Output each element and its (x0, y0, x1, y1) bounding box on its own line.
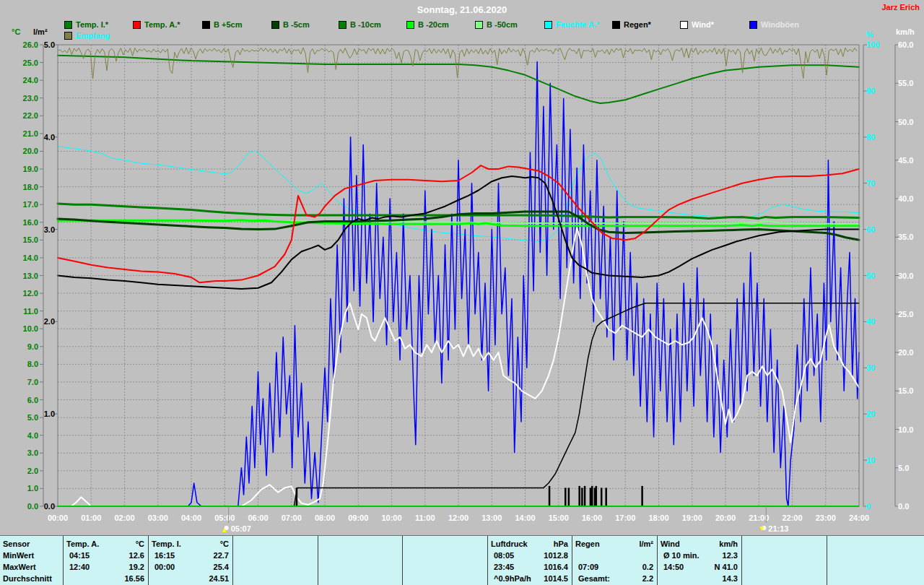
humidity-tick-label: 20 (866, 410, 875, 418)
time-label: 00:00 (48, 514, 68, 522)
table-cell-time: Ø 10 min. (663, 550, 699, 561)
time-label: 16:00 (582, 514, 602, 522)
table-col-wind: Windkm/hØ 10 min.12.314:50N 41.014.3 (658, 536, 742, 585)
table-cell-time: 07:09 (578, 561, 598, 573)
table-cell-value: 1016.4 (544, 561, 568, 573)
rain-tick-label: 3.0 (44, 225, 55, 234)
plot-border (58, 45, 859, 506)
chart-plot: 0.01.02.03.04.05.06.07.08.09.010.011.012… (0, 0, 924, 535)
rain-bar (601, 488, 603, 506)
humidity-tick-label: 10 (866, 456, 875, 464)
time-label: 09:00 (348, 514, 368, 522)
rain-bar (591, 486, 593, 506)
temp-tick-label: 2.0 (27, 467, 38, 475)
wind-tick-label: 15.0 (898, 386, 913, 395)
table-row-labels: SensorMinWertMaxWertDurchschnitt (0, 536, 64, 585)
temp-tick-label: 10.0 (23, 324, 38, 333)
table-cell-value: 24.51 (209, 573, 229, 584)
wind-tick-label: 40.0 (898, 194, 913, 203)
temp-tick-label: 13.0 (23, 272, 38, 280)
table-col-temp-a-: Temp. A.°C04:1512.612:4019.216.56 (64, 536, 149, 585)
rain-bar (578, 486, 580, 506)
humidity-tick-label: 70 (866, 179, 875, 188)
table-col-empty (403, 536, 488, 585)
table-cell-time: 12:40 (69, 561, 90, 573)
time-label: 08:00 (315, 514, 335, 522)
temp-tick-label: 17.0 (23, 200, 38, 209)
rain-bar (641, 486, 643, 506)
table-cell-time: 08:05 (494, 550, 514, 561)
wind-tick-label: 55.0 (898, 79, 913, 87)
temp-tick-label: 20.0 (23, 147, 38, 155)
table-col-empty (233, 536, 318, 585)
temp-tick-label: 9.0 (27, 342, 38, 351)
table-cell-time: 16:15 (154, 550, 175, 561)
wind-tick-label: 10.0 (898, 425, 913, 434)
humidity-tick-label: 0 (866, 502, 871, 511)
table-col-name: Wind (661, 538, 680, 550)
wind-tick-label: 60.0 (898, 40, 913, 49)
temp-tick-label: 11.0 (23, 307, 38, 316)
table-cell-value: N 41.0 (715, 561, 738, 573)
time-label: 10:00 (381, 514, 401, 522)
temp-tick-label: 21.0 (23, 129, 38, 138)
wind-tick-label: 50.0 (898, 118, 913, 126)
humidity-tick-label: 40 (866, 317, 875, 326)
table-cell-value: 1014.5 (544, 573, 568, 584)
wind-tick-label: 25.0 (898, 310, 913, 318)
time-label: 24:00 (849, 514, 869, 522)
table-cell-value: 1012.8 (544, 550, 568, 561)
table-cell-time: 00:00 (154, 561, 175, 573)
humidity-tick-label: 80 (866, 133, 875, 142)
time-label: 04:00 (181, 514, 201, 522)
humidity-tick-label: 30 (866, 363, 875, 372)
series-empfang (58, 48, 857, 79)
temp-tick-label: 12.0 (23, 289, 38, 298)
table-row-label: Durchschnitt (3, 573, 52, 584)
table-col-name: Temp. I. (152, 538, 181, 550)
weather-station-window: Sonntag, 21.06.2020 Jarz Erich Temp. I.*… (0, 0, 924, 585)
temp-tick-label: 1.0 (27, 484, 38, 493)
humidity-tick-label: 100 (866, 40, 879, 49)
table-col-regen: Regenl/m²07:090.2Gesamt:2.2 (572, 536, 658, 585)
wind-tick-label: 5.0 (898, 464, 909, 472)
temp-tick-label: 5.0 (27, 413, 38, 422)
sunrise-marker-time: 05:07 (231, 524, 251, 533)
temp-tick-label: 18.0 (23, 183, 38, 191)
rain-tick-label: 4.0 (44, 133, 55, 142)
temp-tick-label: 14.0 (23, 254, 38, 262)
table-cell-value: 25.4 (214, 561, 229, 573)
temp-tick-label: 6.0 (27, 396, 38, 404)
rain-bar (565, 488, 567, 506)
time-label: 14:00 (515, 514, 535, 522)
table-cell-value: 12.3 (723, 550, 738, 561)
temp-tick-label: 7.0 (27, 378, 38, 386)
time-label: 01:00 (81, 514, 101, 522)
table-cell-time: ^0.9hPa/h (494, 573, 531, 584)
temp-tick-label: 24.0 (23, 76, 38, 84)
table-row-label: MinWert (3, 550, 34, 561)
time-label: 17:00 (615, 514, 635, 522)
table-col-unit: km/h (719, 538, 738, 550)
table-cell-value: 0.2 (642, 561, 653, 573)
table-col-empty (318, 536, 403, 585)
sunset-marker-time: 21:13 (768, 524, 788, 533)
table-cell-value: 14.3 (723, 573, 738, 584)
time-label: 05:00 (214, 514, 235, 522)
rain-tick-label: 1.0 (44, 410, 55, 418)
sunrise-marker-icon (222, 526, 229, 532)
time-label: 19:00 (682, 514, 702, 522)
temp-tick-label: 19.0 (23, 165, 38, 173)
table-cell-value: 19.2 (129, 561, 144, 573)
rain-tick-label: 2.0 (44, 317, 55, 326)
table-col-unit: °C (136, 538, 144, 550)
table-col-unit: l/m² (639, 538, 653, 550)
table-col-luftdruck: LuftdruckhPa08:051012.823:451016.4^0.9hP… (488, 536, 572, 585)
table-cell-time: 04:15 (69, 550, 90, 561)
table-cell-time: 23:45 (494, 561, 514, 573)
temp-tick-label: 15.0 (23, 235, 38, 244)
rain-bar (581, 488, 583, 506)
rain-tick-label: 0.0 (44, 502, 55, 511)
table-cell-value: 12.6 (129, 550, 144, 561)
time-label: 02:00 (114, 514, 134, 522)
